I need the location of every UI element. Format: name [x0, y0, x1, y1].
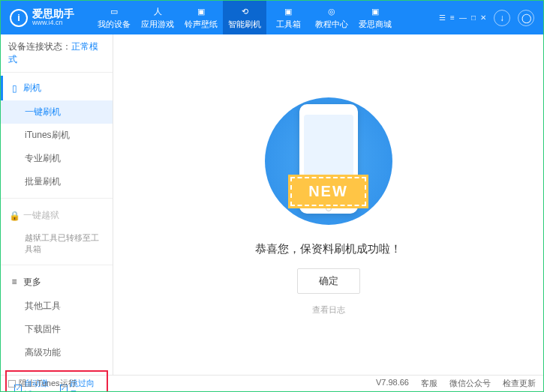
phone-icon: ▭: [108, 5, 120, 17]
nav-toolbox[interactable]: ▣工具箱: [266, 1, 310, 34]
success-message: 恭喜您，保资料刷机成功啦！: [255, 242, 401, 256]
download-button[interactable]: ↓: [494, 10, 510, 26]
nav-store[interactable]: ▣爱思商城: [353, 1, 397, 34]
brand-url: www.i4.cn: [32, 19, 74, 27]
brand-logo: i 爱思助手 www.i4.cn: [10, 8, 74, 27]
refresh-icon: ⟲: [239, 5, 251, 17]
sidebar-item-pro-flash[interactable]: 专业刷机: [1, 147, 113, 170]
sidebar-more-header[interactable]: ≡ 更多: [1, 270, 113, 295]
view-log-link[interactable]: 查看日志: [312, 304, 345, 316]
minimize-icon[interactable]: —: [459, 13, 467, 22]
sidebar-item-one-click-flash[interactable]: 一键刷机: [1, 100, 113, 124]
brand-name: 爱思助手: [32, 8, 74, 19]
jailbreak-note: 越狱工具已转移至工具箱: [1, 228, 113, 260]
checkbox-block-itunes[interactable]: 阻止iTunes运行: [8, 378, 77, 389]
toolbox-icon: ▣: [282, 5, 294, 17]
sidebar-flash-header[interactable]: ▯ 刷机: [1, 76, 113, 100]
phone-outline-icon: ▯: [10, 84, 19, 93]
nav-tutorials[interactable]: ◎教程中心: [310, 1, 353, 34]
wechat-link[interactable]: 微信公众号: [449, 378, 491, 389]
ok-button[interactable]: 确定: [297, 268, 360, 294]
more-icon: ≡: [10, 277, 19, 286]
new-ribbon: NEW: [290, 177, 366, 206]
folder-icon: ▣: [195, 5, 207, 17]
logo-icon: i: [10, 9, 28, 27]
sidebar-jailbreak-header[interactable]: 🔒 一键越狱: [1, 203, 113, 228]
sidebar: 设备连接状态：正常模式 ▯ 刷机 一键刷机 iTunes刷机 专业刷机 批量刷机…: [1, 34, 113, 375]
nav-ringtone-wallpaper[interactable]: ▣铃声壁纸: [179, 1, 223, 34]
window-controls: ☰ ≡ — □ ✕: [439, 13, 486, 22]
app-header: i 爱思助手 www.i4.cn ▭我的设备 人应用游戏 ▣铃声壁纸 ⟲智能刷机…: [1, 1, 543, 34]
sidebar-item-download-firmware[interactable]: 下载固件: [1, 318, 113, 341]
nav-apps-games[interactable]: 人应用游戏: [136, 1, 179, 34]
maximize-icon[interactable]: □: [471, 13, 476, 22]
menu-icon[interactable]: ☰: [439, 13, 446, 22]
main-nav: ▭我的设备 人应用游戏 ▣铃声壁纸 ⟲智能刷机 ▣工具箱 ◎教程中心 ▣爱思商城: [92, 1, 397, 34]
cart-icon: ▣: [369, 5, 381, 17]
success-illustration: NEW: [261, 94, 396, 229]
lock-icon: 🔒: [10, 211, 19, 220]
sidebar-item-itunes-flash[interactable]: iTunes刷机: [1, 124, 113, 147]
version-label: V7.98.66: [376, 378, 409, 389]
connection-status: 设备连接状态：正常模式: [1, 34, 113, 73]
sidebar-item-other-tools[interactable]: 其他工具: [1, 295, 113, 318]
support-link[interactable]: 客服: [421, 378, 437, 389]
sidebar-item-batch-flash[interactable]: 批量刷机: [1, 170, 113, 193]
book-icon: ◎: [326, 5, 338, 17]
close-icon[interactable]: ✕: [480, 13, 486, 22]
sidebar-item-advanced[interactable]: 高级功能: [1, 341, 113, 364]
nav-my-device[interactable]: ▭我的设备: [92, 1, 136, 34]
main-content: NEW 恭喜您，保资料刷机成功啦！ 确定 查看日志: [113, 34, 543, 375]
check-update-link[interactable]: 检查更新: [503, 378, 536, 389]
settings-icon[interactable]: ≡: [450, 13, 455, 22]
user-button[interactable]: ◯: [518, 10, 534, 26]
apps-icon: 人: [152, 5, 164, 17]
nav-smart-flash[interactable]: ⟲智能刷机: [223, 1, 266, 34]
